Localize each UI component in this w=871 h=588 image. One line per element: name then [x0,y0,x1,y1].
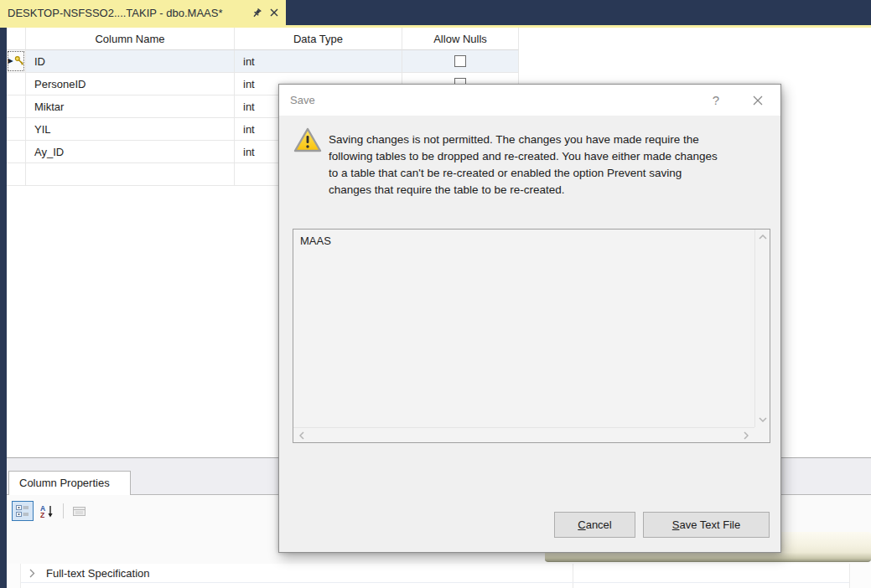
properties-toolbar: A Z [12,500,91,522]
active-document-tab[interactable]: DESKTOP-NSFSSO2....TAKIP - dbo.MAAS* [0,0,286,25]
current-row-arrow-icon: ▶ [8,58,13,64]
row-selector-cell[interactable]: ▶ [7,50,26,73]
column-name-cell[interactable]: Miktar [26,95,235,118]
save-dialog: Save ? [278,84,781,553]
property-grid-margin [7,564,21,588]
save-text-file-button[interactable]: Save Text File [643,512,770,538]
primary-key-icon [14,55,24,68]
property-row[interactable]: Has Non-SQL Server Subscriber No [21,583,849,588]
toolbar-separator [63,503,64,518]
help-icon[interactable]: ? [713,93,719,107]
row-selector-cell[interactable] [7,141,26,163]
scroll-left-icon [299,431,304,440]
property-grid-scrollbar[interactable] [849,564,871,588]
column-name-cell[interactable]: ID [26,50,235,73]
allow-nulls-cell[interactable] [402,50,519,73]
message-line: Saving changes is not permitted. The cha… [329,132,718,148]
column-name-header: Column Name [26,28,235,50]
property-label: Full-text Specification [46,567,150,580]
expand-chevron-icon[interactable] [26,569,38,578]
alphabetical-sort-button[interactable]: A Z [36,501,58,521]
row-selector-cell[interactable] [7,95,26,118]
dialog-title: Save [290,94,713,106]
property-pages-button [69,501,91,521]
data-type-header: Data Type [235,28,402,50]
row-selector-cell[interactable] [7,163,26,186]
row-selector-cell[interactable] [7,118,26,141]
message-line: following tables to be dropped and re-cr… [329,148,718,165]
column-name-cell[interactable]: Ay_ID [26,141,235,163]
message-line: changes that require the table to be re-… [329,182,718,199]
scroll-right-icon [744,431,749,440]
window-left-border [0,28,7,588]
row-selector-cell[interactable] [7,73,26,95]
scroll-down-icon [759,417,767,422]
column-name-cell[interactable] [26,163,235,186]
tab-column-properties[interactable]: Column Properties [8,471,131,495]
message-line: to a table that can't be re-created or e… [329,165,718,182]
dialog-title-bar: Save ? [279,85,780,116]
vertical-scrollbar[interactable] [754,230,770,427]
warning-icon [293,127,322,157]
cancel-button[interactable]: Cancel [554,512,635,538]
row-selector-header [7,28,26,50]
svg-text:Z: Z [40,511,44,518]
affected-tables-textbox[interactable]: MAAS [293,229,770,443]
grid-header-row: Column Name Data Type Allow Nulls [7,28,871,50]
categorized-view-button[interactable] [12,501,34,521]
dialog-message: Saving changes is not permitted. The cha… [329,132,718,199]
property-row[interactable]: Full-text Specification [21,564,849,583]
property-grid: Full-text Specification Has Non-SQL Serv… [7,564,871,588]
scroll-up-icon [759,235,767,240]
column-name-cell[interactable]: YIL [26,118,235,141]
allow-nulls-header: Allow Nulls [402,28,519,50]
close-tab-icon[interactable] [270,8,278,17]
ssms-window: DESKTOP-NSFSSO2....TAKIP - dbo.MAAS* [0,0,871,588]
document-tab-strip: DESKTOP-NSFSSO2....TAKIP - dbo.MAAS* [0,0,871,25]
document-tab-title: DESKTOP-NSFSSO2....TAKIP - dbo.MAAS* [8,7,244,19]
pin-icon[interactable] [251,8,262,18]
allow-nulls-checkbox[interactable] [454,55,466,67]
close-icon[interactable] [753,95,763,106]
affected-table-name: MAAS [300,235,331,247]
column-name-cell[interactable]: PersoneID [26,73,235,95]
data-type-cell[interactable]: int [235,50,402,73]
horizontal-scrollbar[interactable] [293,427,754,442]
table-row[interactable]: ▶ ID int [7,50,871,73]
